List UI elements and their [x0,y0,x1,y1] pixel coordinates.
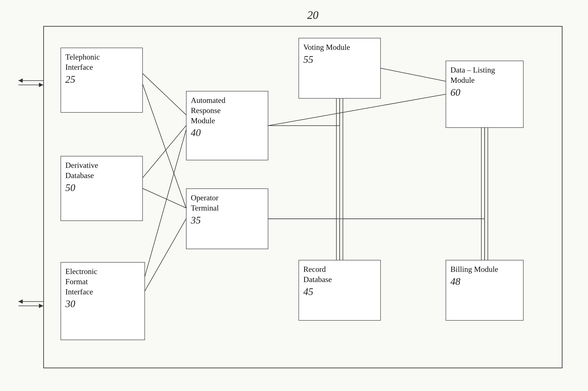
derivative-database-box: DerivativeDatabase 50 [61,156,143,221]
operator-terminal-number: 35 [191,214,201,226]
record-database-number: 45 [303,286,313,297]
automated-response-title: AutomatedResponseModule [191,95,225,126]
voting-module-title: Voting Module [303,42,350,52]
billing-module-number: 48 [451,276,460,287]
electronic-format-box: ElectronicFormatInterface 30 [61,262,145,340]
derivative-database-title: DerivativeDatabase [65,160,98,181]
automated-response-number: 40 [191,127,201,138]
svg-marker-1 [18,78,23,83]
telephonic-interface-title: TelephonicInterface [65,52,100,72]
svg-marker-5 [18,299,23,304]
svg-marker-7 [39,304,43,308]
data-listing-module-title: Data – ListingModule [451,65,495,85]
telephonic-interface-box: TelephonicInterface 25 [61,48,143,113]
automated-response-box: AutomatedResponseModule 40 [186,91,268,160]
operator-terminal-box: OperatorTerminal 35 [186,189,268,249]
svg-marker-3 [39,83,43,87]
operator-terminal-title: OperatorTerminal [191,193,219,213]
record-database-box: RecordDatabase 45 [299,260,381,321]
diagram-label: 20 [307,9,319,21]
telephonic-interface-number: 25 [65,74,75,85]
voting-module-number: 55 [303,54,313,65]
data-listing-module-number: 60 [451,87,460,98]
voting-module-box: Voting Module 55 [299,38,381,98]
electronic-format-title: ElectronicFormatInterface [65,266,97,297]
record-database-title: RecordDatabase [303,264,332,285]
billing-module-box: Billing Module 48 [446,260,523,321]
billing-module-title: Billing Module [451,264,498,275]
derivative-database-number: 50 [65,182,75,194]
page: 20 [0,0,588,391]
data-listing-module-box: Data – ListingModule 60 [446,61,523,128]
electronic-format-number: 30 [65,298,75,309]
